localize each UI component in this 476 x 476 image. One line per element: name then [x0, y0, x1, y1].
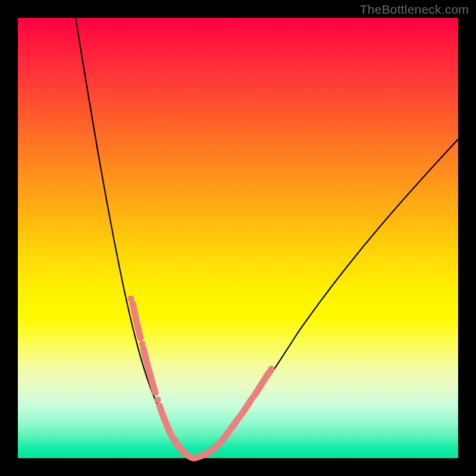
plot-area [18, 18, 458, 458]
hl-right-3 [255, 372, 269, 395]
main-curve-right [192, 139, 458, 458]
hl-bottom-1 [174, 439, 192, 458]
dot [155, 397, 161, 403]
dot [237, 414, 243, 420]
dot [215, 442, 221, 449]
dot [250, 394, 256, 401]
hl-bottom-2 [196, 447, 215, 458]
watermark-text: TheBottleneck.com [360, 2, 469, 17]
hl-left-3 [159, 406, 170, 433]
dot [128, 296, 134, 302]
main-curve-left [76, 18, 192, 458]
highlight-group [133, 303, 269, 458]
dot [191, 455, 198, 462]
hl-right-1 [220, 419, 238, 443]
hl-right-2 [242, 400, 251, 414]
curve-layer [18, 18, 458, 458]
dot [169, 434, 176, 440]
chart-frame: TheBottleneck.com [0, 0, 476, 476]
dot [268, 366, 275, 372]
dot [139, 341, 146, 347]
